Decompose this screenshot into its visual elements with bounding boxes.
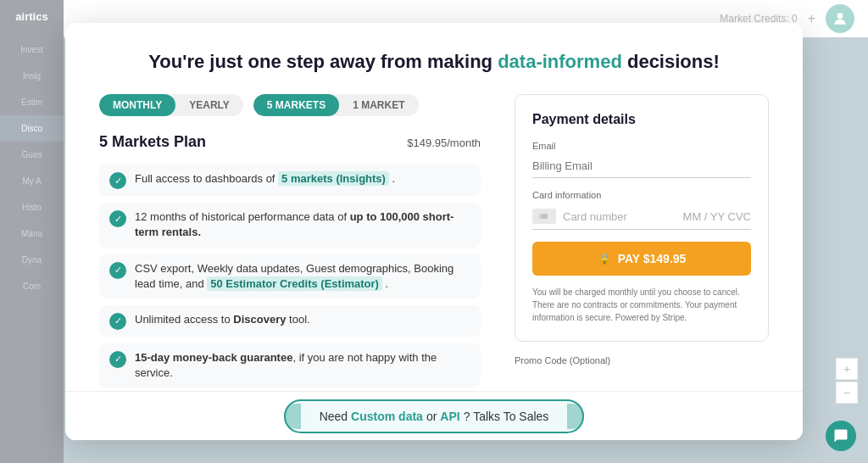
feature-item-3: ✓ CSV export, Weekly data updates, Guest… <box>99 254 481 298</box>
card-info-label: Card information <box>532 190 751 200</box>
five-markets-toggle[interactable]: 5 MARKETS <box>253 94 339 116</box>
promo-input[interactable] <box>515 369 769 393</box>
card-expiry-cvc: MM / YY CVC <box>683 210 751 223</box>
feature-text-1: Full access to dashboards of 5 markets (… <box>135 171 395 187</box>
banner-text-middle: or <box>426 410 437 423</box>
feature-item-1: ✓ Full access to dashboards of 5 markets… <box>99 165 481 196</box>
plan-price: $149.95/month <box>407 133 481 151</box>
feature-item-5: ✓ 15-day money-back guarantee, if you ar… <box>99 343 481 388</box>
banner-text-after: ? Talks To Sales <box>464 410 549 423</box>
payment-title: Payment details <box>532 112 751 127</box>
card-number-placeholder[interactable]: Card number <box>563 210 676 223</box>
feature-item-4: ✓ Unlimited access to Discovery tool. <box>99 305 481 337</box>
pay-button[interactable]: 🔒 PAY $149.95 <box>532 242 751 276</box>
lock-icon: 🔒 <box>598 253 611 265</box>
plan-header: 5 Markets Plan $149.95/month <box>99 133 481 151</box>
payment-card: Payment details Email Card information <box>515 94 769 342</box>
api-link[interactable]: API <box>440 410 459 423</box>
svg-point-3 <box>542 214 548 219</box>
feature-text-2: 12 months of historical performance data… <box>135 209 470 240</box>
pay-button-label: PAY $149.95 <box>618 252 687 265</box>
check-icon-4: ✓ <box>109 313 126 330</box>
billing-toggle-group: MONTHLY YEARLY <box>99 94 243 116</box>
plan-name: 5 Markets Plan <box>99 133 206 151</box>
right-panel: Payment details Email Card information <box>515 94 769 416</box>
card-brand-icon <box>532 209 556 224</box>
feature-text-5: 15-day money-back guarantee, if you are … <box>135 350 470 381</box>
email-label: Email <box>532 141 751 151</box>
banner-pill: Need Custom data or API ? Talks To Sales <box>284 399 585 433</box>
monthly-toggle[interactable]: MONTHLY <box>99 94 175 116</box>
pay-disclaimer: You will be charged monthly until you ch… <box>532 286 751 324</box>
feature-text-3: CSV export, Weekly data updates, Guest d… <box>135 261 470 292</box>
modal-overlay: You're just one step away from making da… <box>0 0 868 463</box>
market-toggle-group: 5 MARKETS 1 MARKET <box>253 94 419 116</box>
modal-title: You're just one step away from making da… <box>99 50 769 75</box>
left-panel: MONTHLY YEARLY 5 MARKETS 1 MARKET 5 Mark… <box>99 94 481 416</box>
check-icon-2: ✓ <box>109 210 126 227</box>
banner-text-before: Need <box>320 410 348 423</box>
one-market-toggle[interactable]: 1 MARKET <box>339 94 418 116</box>
check-icon-1: ✓ <box>109 172 126 189</box>
bottom-banner: Need Custom data or API ? Talks To Sales <box>65 391 803 440</box>
email-input[interactable] <box>532 154 751 178</box>
check-icon-5: ✓ <box>109 351 126 368</box>
feature-text-4: Unlimited access to Discovery tool. <box>135 312 310 327</box>
yearly-toggle[interactable]: YEARLY <box>175 94 243 116</box>
feature-list: ✓ Full access to dashboards of 5 markets… <box>99 165 481 388</box>
promo-label: Promo Code (Optional) <box>515 355 769 365</box>
modal: You're just one step away from making da… <box>65 23 803 441</box>
chat-button[interactable] <box>826 421 856 451</box>
check-icon-3: ✓ <box>109 262 126 279</box>
feature-item-2: ✓ 12 months of historical performance da… <box>99 203 481 247</box>
card-info-row: Card number MM / YY CVC <box>532 204 751 230</box>
toggle-row: MONTHLY YEARLY 5 MARKETS 1 MARKET <box>99 94 481 116</box>
custom-data-link[interactable]: Custom data <box>351 410 423 423</box>
